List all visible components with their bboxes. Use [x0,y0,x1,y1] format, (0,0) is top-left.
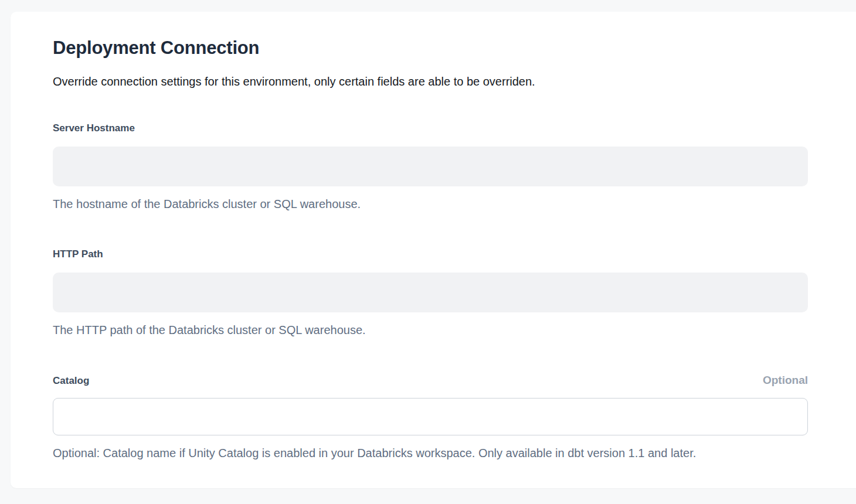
http-path-label: HTTP Path [53,248,103,261]
page-title: Deployment Connection [53,36,808,60]
deployment-connection-card: Deployment Connection Override connectio… [11,12,856,488]
field-http-path: HTTP Path The HTTP path of the Databrick… [53,248,808,338]
page-description: Override connection settings for this en… [53,74,808,89]
catalog-label: Catalog [53,374,89,387]
catalog-input[interactable] [53,398,808,435]
field-server-hostname: Server Hostname The hostname of the Data… [53,122,808,212]
catalog-helper: Optional: Catalog name if Unity Catalog … [53,445,808,461]
server-hostname-helper: The hostname of the Databricks cluster o… [53,196,808,212]
field-catalog: Catalog Optional Optional: Catalog name … [53,374,808,461]
server-hostname-input [53,147,808,186]
optional-badge: Optional [763,374,808,387]
http-path-input [53,273,808,312]
server-hostname-label: Server Hostname [53,122,135,135]
http-path-helper: The HTTP path of the Databricks cluster … [53,322,808,338]
